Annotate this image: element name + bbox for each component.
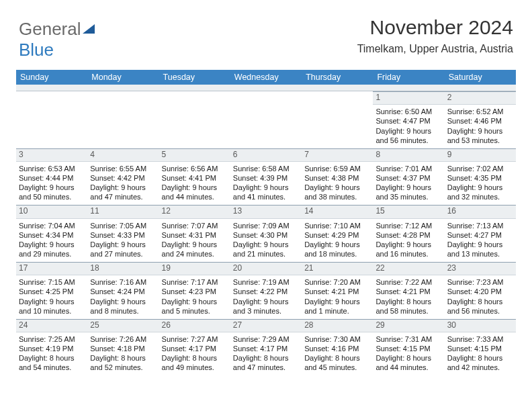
day-number: 1 [373,91,444,105]
day-number: 11 [87,205,159,218]
daylight-text: Daylight: 9 hours and 35 minutes. [375,183,441,201]
daylight-text: Daylight: 9 hours and 1 minute. [304,297,370,316]
daylight-text: Daylight: 9 hours and 18 minutes. [304,240,370,259]
day-number: 21 [302,262,373,275]
sunset-text: Sunset: 4:22 PM [233,287,299,296]
sunrise-text: Sunrise: 7:26 AM [90,334,156,344]
sunrise-text: Sunrise: 7:19 AM [233,277,299,287]
calendar-cell: 16Sunrise: 7:13 AMSunset: 4:27 PMDayligh… [445,205,516,262]
sunrise-text: Sunrise: 6:58 AM [233,164,299,173]
sunrise-text: Sunrise: 7:25 AM [19,334,85,344]
daylight-text: Daylight: 9 hours and 38 minutes. [304,183,370,201]
calendar-cell: 27Sunrise: 7:29 AMSunset: 4:17 PMDayligh… [230,319,302,376]
calendar-cell: 22Sunrise: 7:22 AMSunset: 4:21 PMDayligh… [373,262,444,319]
sunrise-text: Sunrise: 6:55 AM [90,164,156,173]
sunrise-text: Sunrise: 7:29 AM [233,334,299,344]
daylight-text: Daylight: 8 hours and 45 minutes. [304,353,370,372]
daylight-text: Daylight: 9 hours and 21 minutes. [233,240,299,259]
sunset-text: Sunset: 4:38 PM [304,173,370,183]
sunset-text: Sunset: 4:16 PM [304,344,370,353]
calendar-cell: 4Sunrise: 6:55 AMSunset: 4:42 PMDaylight… [87,148,159,205]
location-subtitle: Timelkam, Upper Austria, Austria [357,43,513,55]
daylight-text: Daylight: 8 hours and 56 minutes. [447,297,513,316]
sunrise-text: Sunrise: 7:30 AM [304,334,370,344]
calendar-cell: 14Sunrise: 7:10 AMSunset: 4:29 PMDayligh… [302,205,373,262]
day-number: 23 [445,262,516,275]
daylight-text: Daylight: 9 hours and 32 minutes. [447,183,513,201]
brand-logo: General Blue [19,19,95,60]
daylight-text: Daylight: 8 hours and 52 minutes. [90,353,156,372]
day-number: 20 [230,262,302,275]
sunrise-text: Sunrise: 6:50 AM [375,107,441,116]
sunrise-text: Sunrise: 7:07 AM [162,221,228,230]
calendar-cell: 11Sunrise: 7:05 AMSunset: 4:33 PMDayligh… [87,205,159,262]
brand-part2: Blue [19,40,54,60]
day-number: 6 [230,148,302,162]
sunrise-text: Sunrise: 7:01 AM [375,164,441,173]
calendar-cell [230,91,302,148]
daylight-text: Daylight: 8 hours and 47 minutes. [233,353,299,372]
daylight-text: Daylight: 9 hours and 13 minutes. [447,240,513,259]
daylight-text: Daylight: 9 hours and 27 minutes. [90,240,156,259]
brand-part1: General [19,19,81,39]
calendar-cell [16,91,87,148]
calendar-week: 3Sunrise: 6:53 AMSunset: 4:44 PMDaylight… [16,148,516,205]
day-number: 9 [445,148,516,162]
daylight-text: Daylight: 8 hours and 42 minutes. [447,353,513,372]
day-header: Tuesday [159,70,230,85]
sunrise-text: Sunrise: 7:17 AM [162,277,228,287]
title-block: November 2024 Timelkam, Upper Austria, A… [357,16,513,55]
calendar-cell: 20Sunrise: 7:19 AMSunset: 4:22 PMDayligh… [230,262,302,319]
day-number: 18 [87,262,159,275]
calendar-cell: 9Sunrise: 7:02 AMSunset: 4:35 PMDaylight… [445,148,516,205]
daylight-text: Daylight: 9 hours and 53 minutes. [447,126,513,145]
day-header: Sunday [16,70,87,85]
calendar-week: 10Sunrise: 7:04 AMSunset: 4:34 PMDayligh… [16,205,516,262]
daylight-text: Daylight: 9 hours and 47 minutes. [90,183,156,201]
day-number: 24 [16,319,87,332]
day-number: 17 [16,262,87,275]
daylight-text: Daylight: 9 hours and 50 minutes. [19,183,85,201]
sunset-text: Sunset: 4:17 PM [233,344,299,353]
calendar-header-row: SundayMondayTuesdayWednesdayThursdayFrid… [16,70,516,85]
calendar-cell: 2Sunrise: 6:52 AMSunset: 4:46 PMDaylight… [445,91,516,148]
sunset-text: Sunset: 4:29 PM [304,230,370,240]
day-number: 8 [373,148,444,162]
daylight-text: Daylight: 9 hours and 3 minutes. [233,297,299,316]
sunrise-text: Sunrise: 6:53 AM [19,164,85,173]
calendar-week: 17Sunrise: 7:15 AMSunset: 4:25 PMDayligh… [16,262,516,319]
sunset-text: Sunset: 4:20 PM [447,287,513,296]
day-number: 26 [159,319,230,332]
sunrise-text: Sunrise: 7:09 AM [233,221,299,230]
sunset-text: Sunset: 4:21 PM [375,287,441,296]
calendar-cell: 28Sunrise: 7:30 AMSunset: 4:16 PMDayligh… [302,319,373,376]
daylight-text: Daylight: 8 hours and 44 minutes. [375,353,441,372]
calendar-cell: 18Sunrise: 7:16 AMSunset: 4:24 PMDayligh… [87,262,159,319]
calendar-cell: 21Sunrise: 7:20 AMSunset: 4:21 PMDayligh… [302,262,373,319]
calendar-cell: 1Sunrise: 6:50 AMSunset: 4:47 PMDaylight… [373,91,444,148]
sunset-text: Sunset: 4:42 PM [90,173,156,183]
daylight-text: Daylight: 9 hours and 41 minutes. [233,183,299,201]
calendar-cell [302,91,373,148]
daylight-text: Daylight: 9 hours and 56 minutes. [375,126,441,145]
sunset-text: Sunset: 4:33 PM [90,230,156,240]
calendar-cell: 5Sunrise: 6:56 AMSunset: 4:41 PMDaylight… [159,148,230,205]
calendar-week: 24Sunrise: 7:25 AMSunset: 4:19 PMDayligh… [16,319,516,376]
calendar-cell: 3Sunrise: 6:53 AMSunset: 4:44 PMDaylight… [16,148,87,205]
sunset-text: Sunset: 4:28 PM [375,230,441,240]
calendar-cell: 30Sunrise: 7:33 AMSunset: 4:15 PMDayligh… [445,319,516,376]
daylight-text: Daylight: 9 hours and 5 minutes. [162,297,228,316]
sunset-text: Sunset: 4:17 PM [162,344,228,353]
day-number: 22 [373,262,444,275]
day-header: Monday [87,70,159,85]
calendar-cell: 19Sunrise: 7:17 AMSunset: 4:23 PMDayligh… [159,262,230,319]
calendar-cell: 24Sunrise: 7:25 AMSunset: 4:19 PMDayligh… [16,319,87,376]
day-number: 15 [373,205,444,218]
sunrise-text: Sunrise: 7:05 AM [90,221,156,230]
sunrise-text: Sunrise: 7:02 AM [447,164,513,173]
calendar-cell: 15Sunrise: 7:12 AMSunset: 4:28 PMDayligh… [373,205,444,262]
sunrise-text: Sunrise: 7:04 AM [19,221,85,230]
sunrise-text: Sunrise: 7:23 AM [447,277,513,287]
calendar-week: 1Sunrise: 6:50 AMSunset: 4:47 PMDaylight… [16,91,516,148]
day-number: 30 [445,319,516,332]
